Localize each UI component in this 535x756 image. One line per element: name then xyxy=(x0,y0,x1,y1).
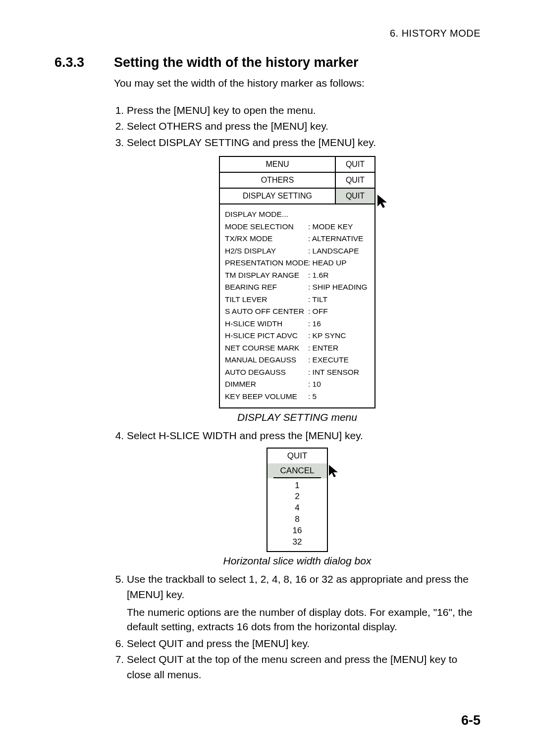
step-2: Select OTHERS and press the [MENU] key. xyxy=(127,119,481,134)
display-setting-menu: MENU QUIT OTHERS QUIT DISPLAY SETTING QU… xyxy=(219,156,375,408)
dialog-cancel[interactable]: CANCEL xyxy=(268,463,327,478)
setting-label: H-SLICE PICT ADVC xyxy=(225,330,308,342)
setting-value: : 1.6R xyxy=(308,269,370,281)
menu-quit-3-selected[interactable]: QUIT xyxy=(335,189,374,204)
svg-marker-0 xyxy=(377,195,387,208)
dialog-option[interactable]: 32 xyxy=(268,537,327,548)
setting-value: : 16 xyxy=(308,318,370,330)
menu-caption: DISPLAY SETTING menu xyxy=(114,411,481,423)
setting-label: H-SLICE WIDTH xyxy=(225,318,308,330)
dialog-option[interactable]: 2 xyxy=(268,491,327,503)
dialog-caption: Horizontal slice width dialog box xyxy=(114,555,481,567)
setting-label: NET COURSE MARK xyxy=(225,342,308,354)
setting-value: : EXECUTE xyxy=(308,354,370,366)
setting-value xyxy=(308,208,370,220)
setting-label: KEY BEEP VOLUME xyxy=(225,391,308,403)
setting-label: S AUTO OFF CENTER xyxy=(225,305,308,317)
setting-value: : ENTER xyxy=(308,342,370,354)
h-slice-width-dialog: QUIT CANCEL 1 2 4 8 16 32 xyxy=(267,448,328,553)
menu-header-menu: MENU xyxy=(220,157,335,173)
dialog-option[interactable]: 8 xyxy=(268,514,327,525)
setting-value: : TILT xyxy=(308,294,370,305)
dialog-option[interactable]: 1 xyxy=(268,480,327,492)
step-6: Select QUIT and press the [MENU] key. xyxy=(127,636,481,651)
dialog-quit[interactable]: QUIT xyxy=(268,449,327,463)
setting-value: : INT SENSOR xyxy=(308,366,370,378)
setting-label: DIMMER xyxy=(225,378,308,390)
setting-label: TM DISPLAY RANGE xyxy=(225,269,308,281)
step-3: Select DISPLAY SETTING and press the [ME… xyxy=(127,135,481,150)
section-number: 6.3.3 xyxy=(54,55,114,70)
step-5-text: Use the trackball to select 1, 2, 4, 8, … xyxy=(127,573,469,600)
setting-value: : LANDSCAPE xyxy=(308,245,370,257)
setting-value: : KP SYNC xyxy=(308,330,370,342)
menu-header-display-setting: DISPLAY SETTING xyxy=(220,189,335,204)
setting-label: H2/S DISPLAY xyxy=(225,245,308,257)
step-5-detail: The numeric options are the number of di… xyxy=(127,605,481,634)
setting-label: TILT LEVER xyxy=(225,294,308,305)
setting-value: : ALTERNATIVE xyxy=(308,233,370,245)
menu-header-others: OTHERS xyxy=(220,173,335,189)
dialog-option[interactable]: 4 xyxy=(268,503,327,514)
intro-paragraph: You may set the width of the history mar… xyxy=(114,77,481,89)
step-7: Select QUIT at the top of the menu scree… xyxy=(127,652,481,682)
setting-label: MODE SELECTION xyxy=(225,221,308,233)
dialog-option[interactable]: 16 xyxy=(268,525,327,537)
setting-value: : OFF xyxy=(308,305,370,317)
setting-value: : HEAD UP xyxy=(308,257,370,269)
running-header: 6. HISTORY MODE xyxy=(54,28,481,39)
cursor-arrow-icon xyxy=(328,464,341,478)
page-number: 6-5 xyxy=(461,713,481,728)
section-title: Setting the width of the history marker xyxy=(114,55,359,70)
setting-value: : MODE KEY xyxy=(308,221,370,233)
setting-value: : SHIP HEADING xyxy=(308,281,370,293)
menu-quit-2[interactable]: QUIT xyxy=(335,173,374,189)
setting-label: TX/RX MODE xyxy=(225,233,308,245)
step-5: Use the trackball to select 1, 2, 4, 8, … xyxy=(127,572,481,634)
setting-value: : 5 xyxy=(308,391,370,403)
svg-marker-1 xyxy=(329,465,338,477)
setting-label: AUTO DEGAUSS xyxy=(225,366,308,378)
setting-label: DISPLAY MODE... xyxy=(225,208,308,220)
cursor-arrow-icon xyxy=(376,194,390,208)
setting-label: MANUAL DEGAUSS xyxy=(225,354,308,366)
setting-value: : 10 xyxy=(308,378,370,390)
step-4: Select H-SLICE WIDTH and press the [MENU… xyxy=(127,428,481,443)
step-1: Press the [MENU] key to open the menu. xyxy=(127,103,481,118)
menu-quit-1[interactable]: QUIT xyxy=(335,157,374,173)
setting-label: PRESENTATION MODE xyxy=(225,257,308,269)
setting-label: BEARING REF xyxy=(225,281,308,293)
